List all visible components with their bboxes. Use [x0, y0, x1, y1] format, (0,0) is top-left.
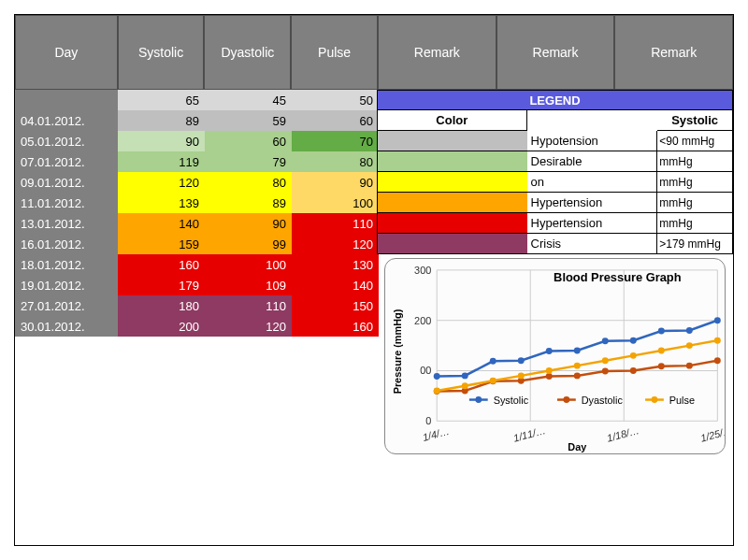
svg-text:00: 00: [420, 365, 431, 376]
legend-range: mmHg: [657, 172, 732, 193]
svg-point-42: [546, 367, 553, 374]
header-row: Day Systolic Dyastolic Pulse Remark Rema…: [15, 15, 733, 90]
spreadsheet-frame: Day Systolic Dyastolic Pulse Remark Rema…: [14, 14, 734, 546]
legend-name: Hypotension: [527, 131, 658, 151]
cell-pul: 130: [292, 254, 379, 275]
cell-sys: 200: [118, 316, 205, 337]
legend-range: >179 mmHg: [657, 234, 732, 254]
cell-dya: 79: [205, 151, 292, 172]
svg-point-31: [546, 373, 553, 380]
legend-row: DesirablemmHg: [377, 151, 733, 172]
svg-point-36: [686, 363, 693, 369]
cell-sys: 140: [118, 213, 205, 234]
cell-dya: 110: [205, 295, 292, 316]
col-header-dyastolic: Dyastolic: [204, 15, 291, 90]
legend-row: Hypotension<90 mmHg: [377, 131, 733, 151]
cell-pul: 80: [292, 151, 379, 172]
legend-range: <90 mmHg: [657, 131, 732, 151]
svg-point-39: [462, 382, 468, 389]
legend-color-swatch: [378, 234, 527, 254]
cell-sys: 159: [118, 234, 205, 254]
cell-pul: 70: [292, 131, 379, 151]
svg-point-26: [714, 317, 721, 323]
cell-sys: 119: [118, 151, 205, 172]
col-header-remark-2: Remark: [496, 15, 615, 90]
col-header-pulse: Pulse: [291, 15, 378, 90]
legend-name: Hypertension: [527, 213, 658, 234]
cell-day: [15, 90, 118, 110]
svg-point-46: [658, 348, 665, 354]
legend-name: Desirable: [527, 151, 658, 172]
svg-point-59: [652, 396, 658, 403]
col-header-day: Day: [15, 15, 118, 90]
legend-color-swatch: [378, 131, 527, 151]
cell-dya: 90: [205, 213, 292, 234]
svg-text:Pulse: Pulse: [669, 395, 695, 406]
svg-point-35: [658, 363, 665, 369]
svg-point-16: [434, 373, 440, 380]
svg-point-32: [574, 372, 581, 379]
legend-row: HypertensionmmHg: [377, 213, 733, 234]
svg-point-43: [574, 363, 581, 369]
col-header-systolic: Systolic: [118, 15, 205, 90]
svg-point-19: [518, 357, 525, 364]
svg-text:Blood Pressure Graph: Blood Pressure Graph: [554, 270, 682, 284]
svg-point-38: [434, 388, 440, 395]
col-header-remark-1: Remark: [378, 15, 496, 90]
cell-dya: 59: [205, 110, 292, 131]
svg-text:Pressure (mmHg): Pressure (mmHg): [392, 309, 403, 394]
cell-day: 16.01.2012.: [15, 234, 118, 254]
legend-range: mmHg: [657, 213, 732, 234]
svg-text:Dyastolic: Dyastolic: [582, 395, 624, 406]
legend-name: on: [527, 172, 658, 193]
svg-point-45: [630, 352, 637, 359]
legend-panel: LEGEND Color . Systolic Hypotension<90 m…: [377, 90, 733, 254]
svg-point-33: [602, 368, 609, 375]
svg-point-25: [686, 327, 693, 334]
svg-point-21: [574, 348, 581, 354]
cell-dya: 109: [205, 275, 292, 295]
svg-point-18: [490, 358, 496, 365]
svg-point-17: [462, 372, 468, 379]
cell-sys: 139: [118, 193, 205, 213]
legend-head-color: Color: [378, 110, 527, 131]
cell-day: 09.01.2012.: [15, 172, 118, 193]
legend-title: LEGEND: [377, 90, 733, 110]
legend-color-swatch: [378, 172, 527, 193]
cell-pul: 160: [292, 316, 379, 337]
cell-sys: 179: [118, 275, 205, 295]
svg-text:300: 300: [414, 265, 431, 276]
svg-text:Systolic: Systolic: [494, 395, 529, 406]
svg-point-24: [658, 328, 665, 335]
cell-day: 13.01.2012.: [15, 213, 118, 234]
cell-sys: 160: [118, 254, 205, 275]
legend-color-swatch: [378, 151, 527, 172]
cell-dya: 89: [205, 193, 292, 213]
cell-sys: 120: [118, 172, 205, 193]
svg-text:200: 200: [414, 315, 431, 326]
legend-row: HypertensionmmHg: [377, 193, 733, 213]
cell-day: 04.01.2012.: [15, 110, 118, 131]
svg-point-53: [475, 396, 482, 403]
svg-point-34: [630, 367, 637, 374]
chart-box: 0002003001/4/…1/11/…1/18/…1/25/…Blood Pr…: [384, 258, 726, 454]
cell-sys: 65: [118, 90, 205, 110]
svg-text:1/4/…: 1/4/…: [422, 425, 451, 443]
cell-day: 19.01.2012.: [15, 275, 118, 295]
cell-dya: 45: [205, 90, 292, 110]
cell-dya: 99: [205, 234, 292, 254]
cell-dya: 60: [205, 131, 292, 151]
cell-pul: 110: [292, 213, 379, 234]
cell-day: 11.01.2012.: [15, 193, 118, 213]
legend-row: onmmHg: [377, 172, 733, 193]
svg-text:1/18/…: 1/18/…: [606, 424, 640, 444]
legend-head-systolic: Systolic: [657, 110, 732, 131]
cell-pul: 150: [292, 295, 379, 316]
cell-sys: 90: [118, 131, 205, 151]
cell-pul: 90: [292, 172, 379, 193]
svg-point-56: [563, 396, 569, 403]
legend-color-swatch: [378, 213, 527, 234]
svg-point-23: [630, 337, 637, 344]
svg-point-20: [546, 348, 553, 354]
cell-day: 05.01.2012.: [15, 131, 118, 151]
